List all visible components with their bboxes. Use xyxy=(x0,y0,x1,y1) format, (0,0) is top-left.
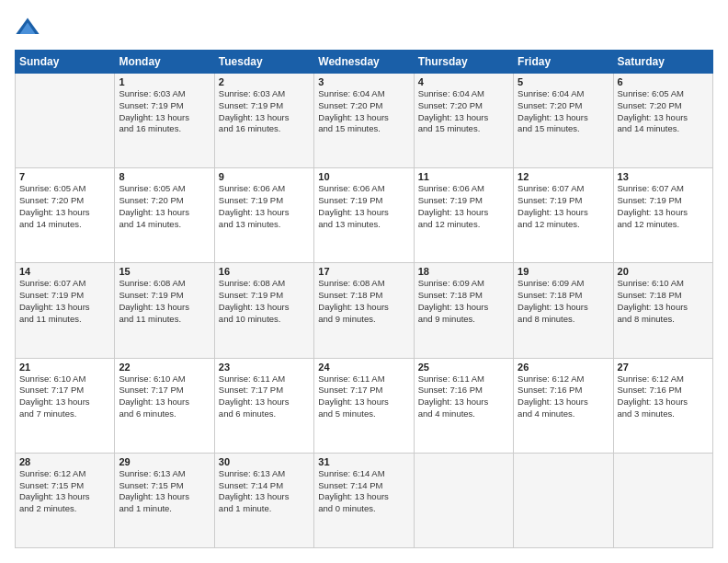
day-number: 4 xyxy=(418,76,509,87)
cell-content: Sunrise: 6:14 AMSunset: 7:14 PMDaylight:… xyxy=(318,468,409,515)
cell-content: Sunrise: 6:07 AMSunset: 7:19 PMDaylight:… xyxy=(19,278,110,325)
header xyxy=(15,15,713,40)
cell-content: Sunrise: 6:10 AMSunset: 7:18 PMDaylight:… xyxy=(618,278,709,325)
calendar-week-row: 7Sunrise: 6:05 AMSunset: 7:20 PMDaylight… xyxy=(16,168,713,263)
cell-content: Sunrise: 6:04 AMSunset: 7:20 PMDaylight:… xyxy=(418,88,509,135)
cell-content: Sunrise: 6:08 AMSunset: 7:18 PMDaylight:… xyxy=(318,278,409,325)
cell-content: Sunrise: 6:03 AMSunset: 7:19 PMDaylight:… xyxy=(219,88,310,135)
calendar-cell: 29Sunrise: 6:13 AMSunset: 7:15 PMDayligh… xyxy=(115,453,214,547)
calendar-cell xyxy=(613,453,712,547)
day-number: 26 xyxy=(518,362,609,373)
calendar-cell: 16Sunrise: 6:08 AMSunset: 7:19 PMDayligh… xyxy=(214,263,313,358)
calendar-cell: 31Sunrise: 6:14 AMSunset: 7:14 PMDayligh… xyxy=(314,453,414,547)
day-number: 8 xyxy=(119,171,210,182)
calendar-cell: 14Sunrise: 6:07 AMSunset: 7:19 PMDayligh… xyxy=(16,263,115,358)
day-number: 5 xyxy=(518,76,609,87)
cell-content: Sunrise: 6:06 AMSunset: 7:19 PMDaylight:… xyxy=(318,183,409,230)
day-number: 18 xyxy=(418,266,509,277)
cell-content: Sunrise: 6:07 AMSunset: 7:19 PMDaylight:… xyxy=(618,183,709,230)
calendar-day-header: Monday xyxy=(115,51,214,74)
day-number: 17 xyxy=(318,266,409,277)
calendar-cell: 20Sunrise: 6:10 AMSunset: 7:18 PMDayligh… xyxy=(613,263,712,358)
calendar-cell: 30Sunrise: 6:13 AMSunset: 7:14 PMDayligh… xyxy=(214,453,313,547)
cell-content: Sunrise: 6:08 AMSunset: 7:19 PMDaylight:… xyxy=(119,278,210,325)
calendar-cell xyxy=(16,74,115,168)
day-number: 3 xyxy=(318,76,409,87)
day-number: 1 xyxy=(119,76,210,87)
cell-content: Sunrise: 6:11 AMSunset: 7:17 PMDaylight:… xyxy=(219,373,310,420)
day-number: 13 xyxy=(618,171,709,182)
day-number: 28 xyxy=(19,456,110,467)
calendar-cell: 11Sunrise: 6:06 AMSunset: 7:19 PMDayligh… xyxy=(414,168,513,263)
calendar-cell: 12Sunrise: 6:07 AMSunset: 7:19 PMDayligh… xyxy=(514,168,613,263)
calendar-cell: 18Sunrise: 6:09 AMSunset: 7:18 PMDayligh… xyxy=(414,263,513,358)
day-number: 7 xyxy=(19,171,110,182)
cell-content: Sunrise: 6:05 AMSunset: 7:20 PMDaylight:… xyxy=(119,183,210,230)
day-number: 12 xyxy=(518,171,609,182)
calendar-cell: 26Sunrise: 6:12 AMSunset: 7:16 PMDayligh… xyxy=(514,358,613,453)
logo xyxy=(15,15,44,40)
cell-content: Sunrise: 6:05 AMSunset: 7:20 PMDaylight:… xyxy=(19,183,110,230)
cell-content: Sunrise: 6:06 AMSunset: 7:19 PMDaylight:… xyxy=(219,183,310,230)
day-number: 11 xyxy=(418,171,509,182)
day-number: 14 xyxy=(19,266,110,277)
page: SundayMondayTuesdayWednesdayThursdayFrid… xyxy=(0,0,728,563)
calendar-cell: 27Sunrise: 6:12 AMSunset: 7:16 PMDayligh… xyxy=(613,358,712,453)
day-number: 24 xyxy=(318,362,409,373)
day-number: 31 xyxy=(318,456,409,467)
calendar-cell: 7Sunrise: 6:05 AMSunset: 7:20 PMDaylight… xyxy=(16,168,115,263)
calendar-cell: 21Sunrise: 6:10 AMSunset: 7:17 PMDayligh… xyxy=(16,358,115,453)
calendar-cell: 24Sunrise: 6:11 AMSunset: 7:17 PMDayligh… xyxy=(314,358,414,453)
cell-content: Sunrise: 6:05 AMSunset: 7:20 PMDaylight:… xyxy=(618,88,709,135)
day-number: 6 xyxy=(618,76,709,87)
calendar-cell: 9Sunrise: 6:06 AMSunset: 7:19 PMDaylight… xyxy=(214,168,313,263)
calendar-cell: 22Sunrise: 6:10 AMSunset: 7:17 PMDayligh… xyxy=(115,358,214,453)
cell-content: Sunrise: 6:11 AMSunset: 7:16 PMDaylight:… xyxy=(418,373,509,420)
calendar-day-header: Saturday xyxy=(613,51,712,74)
calendar-week-row: 28Sunrise: 6:12 AMSunset: 7:15 PMDayligh… xyxy=(16,453,713,547)
calendar-day-header: Thursday xyxy=(414,51,513,74)
calendar-cell: 6Sunrise: 6:05 AMSunset: 7:20 PMDaylight… xyxy=(613,74,712,168)
day-number: 21 xyxy=(19,362,110,373)
day-number: 25 xyxy=(418,362,509,373)
cell-content: Sunrise: 6:13 AMSunset: 7:15 PMDaylight:… xyxy=(119,468,210,515)
cell-content: Sunrise: 6:03 AMSunset: 7:19 PMDaylight:… xyxy=(119,88,210,135)
logo-icon xyxy=(15,15,40,40)
calendar-cell: 8Sunrise: 6:05 AMSunset: 7:20 PMDaylight… xyxy=(115,168,214,263)
calendar-cell: 4Sunrise: 6:04 AMSunset: 7:20 PMDaylight… xyxy=(414,74,513,168)
day-number: 23 xyxy=(219,362,310,373)
calendar-cell xyxy=(414,453,513,547)
calendar-week-row: 21Sunrise: 6:10 AMSunset: 7:17 PMDayligh… xyxy=(16,358,713,453)
day-number: 9 xyxy=(219,171,310,182)
cell-content: Sunrise: 6:08 AMSunset: 7:19 PMDaylight:… xyxy=(219,278,310,325)
calendar-cell: 1Sunrise: 6:03 AMSunset: 7:19 PMDaylight… xyxy=(115,74,214,168)
cell-content: Sunrise: 6:12 AMSunset: 7:16 PMDaylight:… xyxy=(618,373,709,420)
cell-content: Sunrise: 6:07 AMSunset: 7:19 PMDaylight:… xyxy=(518,183,609,230)
cell-content: Sunrise: 6:13 AMSunset: 7:14 PMDaylight:… xyxy=(219,468,310,515)
calendar-week-row: 14Sunrise: 6:07 AMSunset: 7:19 PMDayligh… xyxy=(16,263,713,358)
calendar-week-row: 1Sunrise: 6:03 AMSunset: 7:19 PMDaylight… xyxy=(16,74,713,168)
calendar-cell: 5Sunrise: 6:04 AMSunset: 7:20 PMDaylight… xyxy=(514,74,613,168)
calendar-cell xyxy=(514,453,613,547)
day-number: 22 xyxy=(119,362,210,373)
cell-content: Sunrise: 6:12 AMSunset: 7:15 PMDaylight:… xyxy=(19,468,110,515)
day-number: 27 xyxy=(618,362,709,373)
cell-content: Sunrise: 6:09 AMSunset: 7:18 PMDaylight:… xyxy=(418,278,509,325)
calendar-cell: 13Sunrise: 6:07 AMSunset: 7:19 PMDayligh… xyxy=(613,168,712,263)
calendar-cell: 17Sunrise: 6:08 AMSunset: 7:18 PMDayligh… xyxy=(314,263,414,358)
calendar-day-header: Friday xyxy=(514,51,613,74)
calendar-cell: 15Sunrise: 6:08 AMSunset: 7:19 PMDayligh… xyxy=(115,263,214,358)
calendar-header-row: SundayMondayTuesdayWednesdayThursdayFrid… xyxy=(16,51,713,74)
cell-content: Sunrise: 6:04 AMSunset: 7:20 PMDaylight:… xyxy=(518,88,609,135)
calendar-cell: 25Sunrise: 6:11 AMSunset: 7:16 PMDayligh… xyxy=(414,358,513,453)
cell-content: Sunrise: 6:09 AMSunset: 7:18 PMDaylight:… xyxy=(518,278,609,325)
calendar-cell: 23Sunrise: 6:11 AMSunset: 7:17 PMDayligh… xyxy=(214,358,313,453)
calendar-day-header: Wednesday xyxy=(314,51,414,74)
calendar-cell: 28Sunrise: 6:12 AMSunset: 7:15 PMDayligh… xyxy=(16,453,115,547)
day-number: 29 xyxy=(119,456,210,467)
calendar-day-header: Sunday xyxy=(16,51,115,74)
cell-content: Sunrise: 6:10 AMSunset: 7:17 PMDaylight:… xyxy=(19,373,110,420)
calendar-table: SundayMondayTuesdayWednesdayThursdayFrid… xyxy=(15,50,713,548)
cell-content: Sunrise: 6:12 AMSunset: 7:16 PMDaylight:… xyxy=(518,373,609,420)
calendar-cell: 3Sunrise: 6:04 AMSunset: 7:20 PMDaylight… xyxy=(314,74,414,168)
